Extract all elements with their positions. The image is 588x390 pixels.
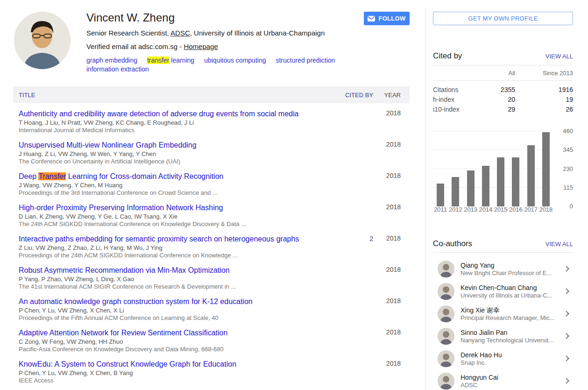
publication-authors: T Hoang, J Liu, N Pratt, VW Zheng, KC Ch… [19,119,322,127]
coauthor-name[interactable]: Hongyun Cai [460,374,498,382]
publication-venue: Proceedings of the 24th ACM SIGKDD Inter… [19,252,322,259]
coauthor-item[interactable]: Kevin Chen-Chuan ChangUniversity of Illi… [433,280,573,303]
follow-button[interactable]: FOLLOW [364,12,410,25]
chevron-right-icon[interactable] [563,333,569,339]
coauthor-text: Kevin Chen-Chuan ChangUniversity of Illi… [460,284,553,299]
chart-gridline [433,131,553,131]
publication-venue: Pacific-Asia Conference on Knowledge Dis… [19,346,322,353]
chart-y-tick: 230 [555,165,573,172]
stats-value-since: 19 [566,96,573,103]
chevron-right-icon[interactable] [563,378,569,384]
chevron-right-icon[interactable] [563,288,569,294]
chart-gridline [433,149,553,150]
keyword-link[interactable]: ubiquitous computing [204,56,266,65]
coauthors-view-all-link[interactable]: VIEW ALL [545,241,573,248]
publication-year: 2018 [373,172,401,179]
publication-venue: IEEE Access [19,377,322,384]
coauthor-text: Derek Hao HuSnap Inc. [460,351,502,367]
coauthor-name[interactable]: Kevin Chen-Chuan Chang [460,284,553,292]
cited-by-count-link[interactable]: 2 [369,235,373,242]
stats-value-all: 20 [508,96,515,103]
publication-row: Robust Asymmetric Recommendation via Min… [13,260,410,291]
chart-x-label: 2014 [478,206,494,213]
publication-title-link[interactable]: Interactive paths embedding for semantic… [19,234,322,243]
sidebar: GET MY OWN PROFILE Cited by VIEW ALL All… [433,0,573,390]
publication-title-link[interactable]: High-order Proximity Preserving Informat… [19,203,322,212]
coauthor-item[interactable]: Derek Hao HuSnap Inc. [433,347,573,370]
coauthor-name[interactable]: Sinno Jialin Pan [460,329,553,337]
chart-plot-area [433,126,553,206]
coauthor-avatar [438,305,454,322]
cited-by-view-all-link[interactable]: VIEW ALL [545,53,573,60]
publication-title-link[interactable]: Authenticity and credibility aware detec… [19,109,322,118]
publication-main: KnowEdu: A System to Construct Knowledge… [13,360,322,384]
publication-authors: P Chen, Y Lu, VW Zheng, X Chen, B Yang [19,369,322,377]
publication-row: An automatic knowledge graph constructio… [13,291,410,322]
coauthor-item[interactable]: Hongyun CaiADSC [433,370,573,390]
publication-title-link[interactable]: Adaptive Attention Network for Review Se… [19,328,322,337]
sort-by-title-header[interactable]: TITLE [13,92,322,99]
stats-col-all: All [509,70,515,77]
chevron-right-icon[interactable] [563,266,569,272]
chart-bar-2015[interactable] [497,157,504,206]
stats-value-all: 2355 [501,86,515,93]
keyword-link[interactable]: information extraction [86,65,149,74]
chart-x-label: 2017 [523,206,539,213]
chart-bar-2016[interactable] [512,157,519,206]
stats-value-since: 26 [566,106,573,113]
publication-row: Authenticity and credibility aware detec… [13,103,410,135]
publication-main: Interactive paths embedding for semantic… [13,234,322,259]
keyword-link[interactable]: graph embedding [86,56,137,65]
citations-bar-chart[interactable]: 2011201220132014201520162017201801152303… [433,126,573,213]
homepage-link[interactable]: Homepage [184,43,218,50]
chart-x-label: 2016 [508,206,524,213]
publication-row: Interactive paths embedding for semantic… [13,228,410,260]
publication-title-link[interactable]: An automatic knowledge graph constructio… [19,297,322,306]
verified-email-text: Verified email at adsc.com.sg - [86,43,184,50]
keyword-link[interactable]: structured prediction [276,56,335,65]
publication-authors: P Chen, Y Lu, VW Zheng, X Chen, X Li [19,307,322,314]
keyword-link[interactable]: transfer learning [147,56,194,65]
publication-title-link[interactable]: Robust Asymmetric Recommendation via Min… [19,266,322,275]
publication-title-link[interactable]: Deep Transfer Learning for Cross-domain … [19,172,322,181]
keywords-list: graph embeddingtransfer learningubiquito… [86,56,355,74]
get-my-own-profile-button[interactable]: GET MY OWN PROFILE [433,12,573,25]
stats-value-all: 29 [508,106,515,113]
publications-rows: Authenticity and credibility aware detec… [13,103,410,385]
sort-by-year-header[interactable]: YEAR [373,92,401,99]
chart-bar-2017[interactable] [527,145,535,206]
chart-x-label: 2015 [493,206,509,213]
publication-venue: The 24th ACM SIGKDD International Confer… [19,220,322,228]
chart-bar-2013[interactable] [467,170,475,206]
publication-authors: D Lian, K Zheng, VW Zheng, Y Ge, L Cao, … [19,213,322,220]
coauthor-item[interactable]: Xing Xie 谢幸Principal Research Manager, M… [433,303,573,325]
chart-bar-2012[interactable] [452,177,459,206]
publication-year: 2018 [373,328,401,336]
chevron-right-icon[interactable] [563,355,569,362]
chart-bar-2014[interactable] [482,166,489,207]
coauthor-name[interactable]: Qiang Yang [460,262,552,269]
publication-title-link[interactable]: KnowEdu: A System to Construct Knowledge… [19,360,322,369]
publication-authors: J Huang, Z Li, VW Zheng, W Wen, Y Yang, … [19,150,322,158]
coauthor-affiliation: Principal Research Manager, Mic... [460,314,555,322]
coauthor-item[interactable]: Sinno Jialin PanNanyang Technological Un… [433,325,573,347]
profile-name: Vincent W. Zheng [86,11,357,24]
publication-year: 2018 [373,109,401,117]
publication-main: Authenticity and credibility aware detec… [13,109,322,134]
coauthor-affiliation: University of Illinois at Urbana-C... [460,292,553,299]
affiliation-text-post: , University of Illinois at Urbana-Champ… [190,29,325,37]
publication-row: Deep Transfer Learning for Cross-domain … [13,166,410,197]
affiliation-link-adsc[interactable]: ADSC [170,29,190,37]
publication-title-link[interactable]: Unsupervised Multi-view Nonlinear Graph … [19,141,322,149]
highlighted-term: transfer [147,57,169,64]
cited-by-section-header: Cited by VIEW ALL [433,51,573,61]
chart-bar-2018[interactable] [542,132,550,206]
sort-by-cited-header[interactable]: CITED BY [322,92,373,99]
coauthor-name[interactable]: Derek Hao Hu [460,351,502,359]
coauthor-name[interactable]: Xing Xie 谢幸 [460,306,555,314]
publication-main: Unsupervised Multi-view Nonlinear Graph … [13,141,322,165]
publication-venue: The Conference on Uncertainty in Artific… [19,158,322,165]
coauthor-item[interactable]: Qiang YangNew Bright Chair Professor of … [433,258,573,280]
chevron-right-icon[interactable] [563,311,569,317]
chart-bar-2011[interactable] [437,184,444,206]
